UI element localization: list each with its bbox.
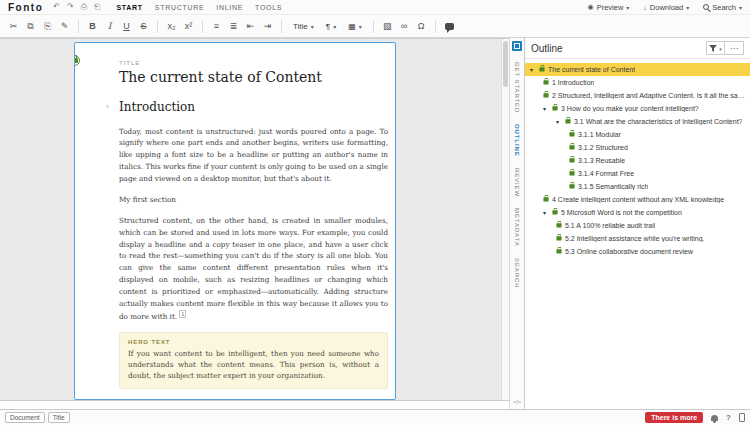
lock-icon — [543, 94, 548, 98]
tab-search[interactable]: SEARCH — [514, 258, 520, 288]
download-dropdown[interactable]: ↓ Download — [643, 3, 689, 12]
menu-structure[interactable]: STRUCTURE — [155, 4, 204, 11]
superscript-button[interactable]: x² — [182, 18, 195, 34]
there-is-more-button[interactable]: There is more — [645, 412, 703, 423]
print-icon[interactable]: ⎙ — [81, 3, 87, 11]
vertical-scrollbar[interactable] — [501, 39, 509, 400]
menu-tools[interactable]: TOOLS — [255, 4, 282, 11]
paste-icon[interactable]: ⎘ — [41, 18, 54, 34]
document-page[interactable]: TITLE The current state of Content › Int… — [74, 42, 396, 400]
subscript-button[interactable]: x₂ — [165, 18, 178, 34]
document-title[interactable]: The current state of Content — [119, 69, 388, 85]
paragraph[interactable]: Structured content, on the other hand, i… — [119, 215, 388, 323]
format-painter-icon[interactable]: ✎ — [58, 18, 71, 34]
numbered-list-button[interactable]: ≣ — [227, 18, 240, 34]
block-style-dropdown[interactable]: Title — [289, 18, 318, 34]
lock-icon — [539, 68, 544, 72]
undo-icon[interactable]: ↶ — [53, 3, 60, 11]
image-icon[interactable]: ▧ — [381, 18, 394, 34]
outline-item[interactable]: 1 Introduction — [525, 76, 750, 89]
filter-button[interactable] — [706, 41, 725, 55]
copy-icon[interactable]: ⧉ — [24, 18, 37, 34]
italic-button[interactable]: I — [103, 18, 116, 34]
panel-more-button[interactable]: ⋯ — [725, 41, 744, 55]
outline-item[interactable]: 3.1.2 Structured — [525, 141, 750, 154]
panel-title: Outline — [531, 43, 563, 54]
outline-item[interactable]: 4 Create intelligent content without any… — [525, 193, 750, 206]
menu-inline[interactable]: INLINE — [216, 4, 243, 11]
outline-item[interactable]: 5.3 Online collaborative document review — [525, 245, 750, 258]
lock-icon — [569, 133, 574, 137]
outline-item[interactable]: 3.1 What are the characteristics of Inte… — [525, 115, 750, 128]
menu-tabs: START STRUCTURE INLINE TOOLS — [116, 4, 282, 11]
paragraph-style-dropdown[interactable]: ¶ — [322, 18, 340, 34]
paragraph[interactable]: Today, most content is unstructured: jus… — [119, 126, 388, 185]
tab-get-started[interactable]: GET STARTED — [514, 62, 520, 113]
help-icon[interactable]: ? — [726, 414, 731, 422]
outline-item-label: 3.1.4 Format Free — [578, 170, 634, 177]
breadcrumb-title[interactable]: Title — [48, 412, 70, 423]
lock-icon — [543, 81, 548, 85]
horizontal-scrollbar[interactable] — [0, 400, 509, 409]
breadcrumb-document[interactable]: Document — [5, 412, 45, 423]
hero-text-label: HERO TEXT — [128, 339, 379, 345]
special-character-icon[interactable]: Ω — [415, 18, 428, 34]
outline-item[interactable]: 3 How do you make your content intellige… — [525, 102, 750, 115]
tab-outline[interactable]: OUTLINE — [514, 124, 520, 157]
footnote-marker[interactable]: 1 — [179, 310, 186, 318]
table-dropdown[interactable]: ▦ — [344, 18, 366, 34]
outline-item-label: 3.1 What are the characteristics of Inte… — [574, 118, 742, 125]
lock-icon — [556, 224, 561, 228]
lock-icon — [556, 237, 561, 241]
preview-dropdown[interactable]: ◉ Preview — [588, 3, 630, 12]
document-content[interactable]: TITLE The current state of Content › Int… — [75, 43, 395, 400]
outline-item[interactable]: 5 Microsoft Word is not the competition — [525, 206, 750, 219]
chevron-down-icon[interactable] — [556, 119, 562, 125]
tab-review[interactable]: REVIEW — [514, 168, 520, 197]
chevron-down-icon[interactable] — [530, 67, 536, 73]
outline-item[interactable]: 3.1.4 Format Free — [525, 167, 750, 180]
chevron-down-icon[interactable] — [543, 210, 549, 216]
toolbar-divider — [373, 20, 374, 33]
chevron-down-icon — [626, 3, 629, 12]
outline-item[interactable]: The current state of Content — [525, 63, 750, 76]
bullet-list-button[interactable]: ≡ — [210, 18, 223, 34]
outline-item[interactable]: 3.1.1 Modular — [525, 128, 750, 141]
bold-button[interactable]: B — [86, 18, 99, 34]
cut-icon[interactable]: ✂ — [7, 18, 20, 34]
editor-canvas[interactable]: TITLE The current state of Content › Int… — [0, 38, 509, 409]
app-logo: Fonto — [8, 2, 43, 13]
lock-icon — [552, 107, 557, 111]
scrollbar-thumb[interactable] — [503, 41, 508, 87]
indent-button[interactable]: ⇥ — [261, 18, 274, 34]
chevron-down-icon[interactable] — [543, 106, 549, 112]
outline-item[interactable]: 3.1.5 Semantically rich — [525, 180, 750, 193]
section-heading[interactable]: › Introduction — [119, 100, 388, 116]
outline-item[interactable]: 2 Structured, Intelligent and Adaptive C… — [525, 89, 750, 102]
download-icon: ↓ — [643, 4, 647, 11]
search-icon — [703, 4, 709, 10]
tab-metadata[interactable]: METADATA — [514, 208, 520, 247]
outdent-button[interactable]: ⇤ — [244, 18, 257, 34]
bell-icon[interactable] — [711, 415, 718, 421]
redo-icon[interactable]: ↷ — [67, 3, 74, 11]
panel-pin-icon[interactable] — [512, 41, 522, 51]
chevron-down-icon — [686, 3, 689, 12]
paragraph[interactable]: My first section — [119, 194, 388, 206]
outline-item[interactable]: 5.1 A 100% reliable audit trail — [525, 219, 750, 232]
hero-text-block[interactable]: HERO TEXT If you want content to be inte… — [119, 332, 388, 388]
mobile-preview-icon[interactable] — [739, 413, 745, 422]
menu-start[interactable]: START — [116, 4, 142, 11]
comment-icon[interactable] — [443, 18, 456, 34]
hero-text-content[interactable]: If you want content to be intelligent, t… — [128, 348, 379, 381]
underline-button[interactable]: U — [120, 18, 133, 34]
chevron-down-icon — [311, 22, 314, 31]
save-icon[interactable]: ⎗ — [94, 3, 100, 11]
strikethrough-button[interactable]: S — [137, 18, 150, 34]
link-icon[interactable]: ∞ — [398, 18, 411, 34]
outline-item[interactable]: 3.1.3 Reusable — [525, 154, 750, 167]
search-dropdown[interactable]: Search — [703, 3, 742, 12]
outline-item[interactable]: 5.2 Intelligent assistance while you're … — [525, 232, 750, 245]
collapse-chevron-icon[interactable]: › — [106, 102, 109, 112]
source-code-icon[interactable]: </> — [513, 399, 521, 405]
